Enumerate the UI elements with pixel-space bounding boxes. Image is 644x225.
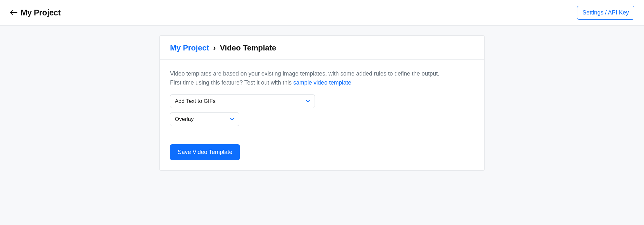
breadcrumb-separator: › bbox=[213, 43, 216, 52]
chevron-down-icon bbox=[230, 117, 234, 122]
breadcrumb-project-link[interactable]: My Project bbox=[170, 43, 209, 52]
chevron-down-icon bbox=[306, 99, 310, 104]
top-bar: My Project Settings / API Key bbox=[0, 0, 644, 26]
breadcrumb-current: Video Template bbox=[220, 43, 276, 52]
description-text: Video templates are based on your existi… bbox=[170, 69, 474, 87]
description-line-2-prefix: First time using this feature? Test it o… bbox=[170, 79, 293, 86]
content-area: My Project › Video Template Video templa… bbox=[0, 26, 644, 190]
mode-select-value: Overlay bbox=[175, 116, 194, 122]
top-bar-left: My Project bbox=[10, 8, 61, 17]
save-video-template-button[interactable]: Save Video Template bbox=[170, 144, 240, 160]
breadcrumb: My Project › Video Template bbox=[160, 36, 484, 60]
image-template-select[interactable]: Add Text to GIFs bbox=[170, 94, 315, 108]
sample-video-template-link[interactable]: sample video template bbox=[293, 79, 351, 86]
mode-select[interactable]: Overlay bbox=[170, 113, 239, 126]
image-template-select-value: Add Text to GIFs bbox=[175, 98, 215, 104]
settings-api-key-button[interactable]: Settings / API Key bbox=[577, 6, 634, 20]
video-template-panel: My Project › Video Template Video templa… bbox=[159, 35, 485, 171]
panel-footer: Save Video Template bbox=[160, 135, 484, 170]
page-title: My Project bbox=[21, 8, 61, 17]
description-line-1: Video templates are based on your existi… bbox=[170, 70, 439, 77]
back-arrow-icon[interactable] bbox=[10, 9, 17, 17]
panel-body: Video templates are based on your existi… bbox=[160, 60, 484, 135]
